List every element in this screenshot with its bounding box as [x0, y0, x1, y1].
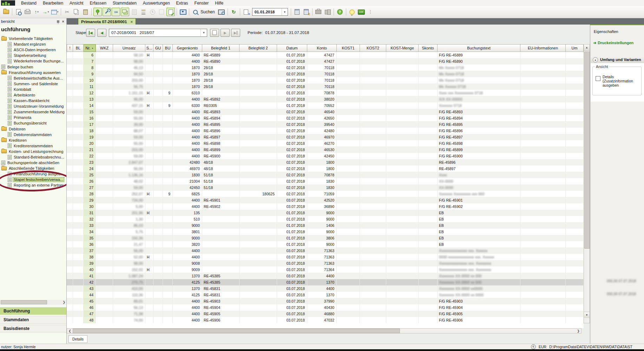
table-row[interactable]: 1559,004400RE-4589302.07.201846540F/G RE…	[67, 109, 584, 115]
cell[interactable]	[73, 77, 84, 83]
cell[interactable]	[145, 83, 153, 90]
cell[interactable]: 9000	[307, 210, 337, 216]
cell[interactable]	[73, 159, 84, 166]
cell[interactable]	[520, 153, 566, 159]
cell[interactable]	[360, 115, 386, 121]
cell[interactable]	[73, 285, 84, 292]
cell[interactable]	[520, 248, 566, 254]
cell[interactable]: 36	[84, 241, 96, 248]
menu-item[interactable]: Auswertungen	[140, 0, 173, 6]
cell[interactable]	[337, 210, 360, 216]
cell[interactable]: 5,75	[113, 229, 145, 235]
cell[interactable]	[239, 172, 277, 178]
cell[interactable]	[96, 210, 113, 216]
cell[interactable]: 9	[163, 90, 173, 96]
cell[interactable]	[73, 140, 84, 147]
cell[interactable]: RE-45893	[202, 109, 239, 115]
cell[interactable]: F/G RE-45901	[438, 197, 520, 203]
cell[interactable]: Xxxxxxxx XX-0000 xx 000	[438, 279, 520, 285]
calculator-euro-icon[interactable]	[302, 8, 310, 16]
cell[interactable]: H	[145, 102, 153, 109]
column-header[interactable]: Umsatz	[113, 44, 145, 52]
cell[interactable]: 38020	[307, 96, 337, 102]
cell[interactable]	[67, 292, 73, 298]
table-row[interactable]: 3621,47382001.07.20189000EB	[67, 241, 584, 248]
cell[interactable]: 03.07.2018	[277, 260, 307, 266]
cell[interactable]	[386, 153, 419, 159]
cell[interactable]	[153, 292, 163, 298]
cell[interactable]	[566, 222, 584, 229]
cell[interactable]	[67, 109, 73, 115]
cell[interactable]: 70878	[307, 90, 337, 96]
cell[interactable]: H	[145, 254, 153, 260]
cell[interactable]	[360, 65, 386, 71]
cell[interactable]: Xxxx	[438, 172, 520, 178]
table-row[interactable]: 798,004400RE-4589001.07.201847427F/G RE-…	[67, 58, 584, 65]
table-row[interactable]: 658,10H4400RE-4588901.07.201847427F/G RE…	[67, 52, 584, 58]
cell[interactable]: 46270	[307, 140, 337, 147]
cell[interactable]	[566, 241, 584, 248]
cell[interactable]	[566, 134, 584, 140]
cell[interactable]	[73, 90, 84, 96]
cell[interactable]: 46	[84, 304, 96, 311]
column-header[interactable]: Skonto	[419, 44, 438, 52]
cell[interactable]	[566, 147, 584, 153]
cell[interactable]: 28/18	[202, 77, 239, 83]
cell[interactable]: F/G RE-45900	[438, 153, 520, 159]
cell[interactable]	[566, 159, 584, 166]
cell[interactable]	[96, 248, 113, 254]
cell[interactable]	[153, 197, 163, 203]
cell[interactable]: 71364	[307, 266, 337, 273]
cell[interactable]	[145, 216, 153, 222]
sidebar-item[interactable]: Finanzbuchführung ausgeb...	[0, 171, 67, 177]
cell[interactable]	[145, 222, 153, 229]
cell[interactable]	[337, 273, 360, 279]
cell[interactable]: 4400	[173, 58, 202, 65]
cell[interactable]: 46,13	[113, 65, 145, 71]
table-row[interactable]: 1739,004400RE-4589502.07.201839540F/G RE…	[67, 121, 584, 128]
cell[interactable]	[96, 191, 113, 197]
cell[interactable]	[163, 128, 173, 134]
cell[interactable]	[239, 292, 277, 298]
cell[interactable]	[386, 285, 419, 292]
cell[interactable]	[153, 241, 163, 248]
cell[interactable]: 47427	[307, 58, 337, 65]
cell[interactable]	[239, 159, 277, 166]
cell[interactable]	[153, 235, 163, 241]
cell[interactable]: 16	[84, 115, 96, 121]
cell[interactable]	[163, 109, 173, 115]
table-row[interactable]: 43410,001370RE-4583103.07.20184400Xxxxxx…	[67, 285, 584, 292]
cell[interactable]	[202, 210, 239, 216]
cell[interactable]	[386, 134, 419, 140]
cell[interactable]: 21,47	[113, 241, 145, 248]
cell[interactable]	[360, 266, 386, 273]
table-row[interactable]: 4874,004400RE-4590603.07.201847032F/G RE…	[67, 317, 584, 323]
cell[interactable]	[163, 83, 173, 90]
cell[interactable]	[145, 229, 153, 235]
briefcase-icon[interactable]	[314, 8, 323, 16]
cell[interactable]	[145, 292, 153, 298]
cell[interactable]: 4400	[173, 121, 202, 128]
cell[interactable]	[360, 241, 386, 248]
cell[interactable]	[96, 134, 113, 140]
table-row[interactable]: 321,3051001.07.20189000EB	[67, 216, 584, 222]
cell[interactable]	[520, 121, 566, 128]
cell[interactable]	[386, 128, 419, 134]
table-row[interactable]: 3852,00H440003.07.2018713630000 xxxxxxxx…	[67, 254, 584, 260]
cell[interactable]	[239, 178, 277, 184]
cell[interactable]: 71363	[307, 254, 337, 260]
cell[interactable]	[419, 216, 438, 222]
cell[interactable]	[163, 178, 173, 184]
cell[interactable]	[239, 102, 277, 109]
cell[interactable]	[566, 52, 584, 58]
navigate-forward-icon[interactable]: →	[41, 8, 50, 16]
cell[interactable]	[239, 109, 277, 115]
table-row[interactable]: 1655,004400RE-4589402.07.201842650F/G RE…	[67, 115, 584, 121]
cell[interactable]	[96, 140, 113, 147]
stapel-select[interactable]: 07-2018/0001 2018/07 ▼	[109, 29, 207, 37]
cell[interactable]	[145, 184, 153, 191]
cell[interactable]	[153, 222, 163, 229]
table-row[interactable]: 2648,022100451/1802.07.20181830XX-0000	[67, 178, 584, 184]
cell[interactable]	[419, 102, 438, 109]
cell[interactable]: 03.07.2018	[277, 203, 307, 210]
